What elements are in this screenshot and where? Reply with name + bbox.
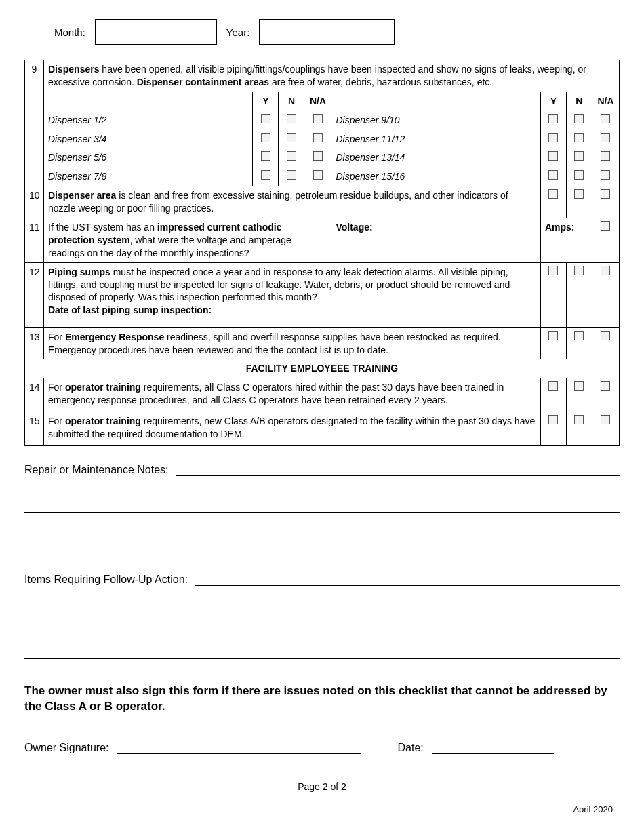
col-n-2: N	[566, 92, 592, 111]
checkbox[interactable]	[574, 266, 584, 275]
row-10-num: 10	[25, 186, 44, 218]
disp-7-8: Dispenser 7/8	[44, 167, 253, 186]
checkbox[interactable]	[601, 189, 610, 199]
disp-9-10: Dispenser 9/10	[331, 111, 540, 130]
col-na: N/A	[304, 92, 331, 111]
owner-sig-line[interactable]	[117, 742, 361, 754]
inspection-table: 9 Dispensers have been opened, all visib…	[24, 60, 620, 446]
followup-line-2[interactable]	[24, 610, 620, 622]
checkbox[interactable]	[261, 170, 270, 180]
repair-notes-label: Repair or Maintenance Notes:	[24, 464, 169, 476]
checkbox[interactable]	[548, 189, 558, 199]
checkbox[interactable]	[261, 151, 270, 161]
checkbox[interactable]	[574, 170, 584, 180]
checkbox[interactable]	[601, 151, 610, 161]
checkbox[interactable]	[287, 151, 296, 161]
page-footer: Page 2 of 2	[24, 781, 620, 792]
checkbox[interactable]	[574, 381, 584, 391]
row-13-num: 13	[25, 327, 44, 359]
repair-notes-line[interactable]	[176, 464, 620, 476]
owner-note: The owner must also sign this form if th…	[24, 683, 620, 715]
checkbox[interactable]	[313, 170, 323, 180]
col-y-2: Y	[540, 92, 566, 111]
checkbox[interactable]	[313, 151, 323, 161]
header-inputs: Month: Year:	[54, 19, 620, 45]
repair-notes-line-3[interactable]	[24, 537, 620, 549]
signature-row: Owner Signature: Date:	[24, 742, 620, 754]
col-y: Y	[253, 92, 279, 111]
amps-label: Amps:	[540, 218, 592, 263]
row-10-text: Dispenser area is clean and free from ex…	[44, 186, 541, 218]
checkbox[interactable]	[548, 151, 558, 161]
checkbox[interactable]	[601, 331, 610, 340]
col-na-2: N/A	[592, 92, 619, 111]
month-input[interactable]	[95, 19, 217, 45]
row-13-text: For Emergency Response readiness, spill …	[44, 327, 541, 359]
row-9-num: 9	[25, 60, 44, 186]
disp-13-14: Dispenser 13/14	[331, 148, 540, 167]
checkbox[interactable]	[313, 133, 323, 142]
checkbox[interactable]	[548, 415, 558, 424]
checkbox[interactable]	[287, 114, 296, 123]
checkbox[interactable]	[574, 133, 584, 142]
followup-block: Items Requiring Follow-Up Action:	[24, 574, 620, 659]
checkbox[interactable]	[601, 381, 610, 391]
checkbox[interactable]	[287, 170, 296, 180]
checkbox[interactable]	[548, 266, 558, 275]
disp-5-6: Dispenser 5/6	[44, 148, 253, 167]
disp-1-2: Dispenser 1/2	[44, 111, 253, 130]
followup-label: Items Requiring Follow-Up Action:	[24, 574, 188, 586]
section-training: FACILITY EMPLOYEEE TRAINING	[25, 359, 620, 378]
checkbox[interactable]	[574, 331, 584, 340]
checkbox[interactable]	[574, 189, 584, 199]
year-input[interactable]	[259, 19, 395, 45]
checkbox[interactable]	[287, 133, 296, 142]
checkbox[interactable]	[601, 266, 610, 275]
voltage-label: Voltage:	[331, 218, 540, 263]
row-12-text: Piping sumps must be inspected once a ye…	[44, 262, 541, 327]
row-15-num: 15	[25, 412, 44, 446]
row-14-num: 14	[25, 378, 44, 412]
checkbox[interactable]	[548, 114, 558, 123]
row-11-num: 11	[25, 218, 44, 263]
row-15-text: For operator training requirements, new …	[44, 412, 541, 446]
revision-date: April 2020	[24, 804, 620, 814]
checkbox[interactable]	[574, 151, 584, 161]
repair-notes-block: Repair or Maintenance Notes:	[24, 464, 620, 549]
checkbox[interactable]	[601, 415, 610, 424]
checkbox[interactable]	[548, 381, 558, 391]
checkbox[interactable]	[601, 221, 610, 231]
row-11-text: If the UST system has an impressed curre…	[44, 218, 331, 263]
checkbox[interactable]	[313, 114, 323, 123]
date-label: Date:	[398, 742, 424, 754]
checkbox[interactable]	[601, 133, 610, 142]
checkbox[interactable]	[574, 114, 584, 123]
col-n: N	[279, 92, 304, 111]
month-label: Month:	[54, 26, 85, 38]
checkbox[interactable]	[548, 331, 558, 340]
owner-sig-label: Owner Signature:	[24, 742, 109, 754]
row-9-intro: Dispensers have been opened, all visible…	[44, 60, 620, 92]
repair-notes-line-2[interactable]	[24, 500, 620, 513]
date-line[interactable]	[432, 742, 554, 754]
checkbox[interactable]	[601, 114, 610, 123]
checkbox[interactable]	[574, 415, 584, 424]
checkbox[interactable]	[261, 133, 270, 142]
checkbox[interactable]	[261, 114, 270, 123]
disp-15-16: Dispenser 15/16	[331, 167, 540, 186]
disp-3-4: Dispenser 3/4	[44, 130, 253, 148]
followup-line[interactable]	[195, 574, 620, 586]
year-label: Year:	[226, 26, 249, 38]
row-12-num: 12	[25, 262, 44, 327]
row-14-text: For operator training requirements, all …	[44, 378, 541, 412]
followup-line-3[interactable]	[24, 647, 620, 659]
disp-11-12: Dispenser 11/12	[331, 130, 540, 148]
checkbox[interactable]	[548, 170, 558, 180]
checkbox[interactable]	[548, 133, 558, 142]
checkbox[interactable]	[601, 170, 610, 180]
